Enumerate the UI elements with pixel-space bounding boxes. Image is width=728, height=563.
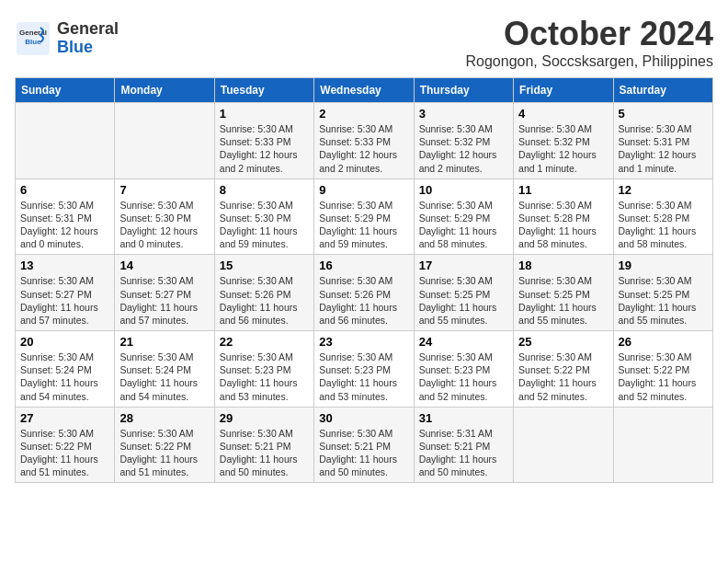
day-number: 4 [518, 107, 608, 121]
calendar-cell [514, 407, 613, 483]
day-number: 20 [20, 335, 109, 349]
day-info: Sunrise: 5:30 AM Sunset: 5:32 PM Dayligh… [419, 122, 508, 175]
logo: General Blue General Blue [15, 20, 119, 57]
calendar-cell [613, 407, 712, 483]
calendar-cell: 22Sunrise: 5:30 AM Sunset: 5:23 PM Dayli… [214, 331, 313, 408]
day-number: 6 [20, 183, 109, 197]
calendar-cell: 29Sunrise: 5:30 AM Sunset: 5:21 PM Dayli… [214, 407, 313, 483]
weekday-header-row: SundayMondayTuesdayWednesdayThursdayFrid… [16, 78, 713, 103]
calendar-cell: 3Sunrise: 5:30 AM Sunset: 5:32 PM Daylig… [414, 103, 513, 179]
weekday-header: Wednesday [314, 78, 414, 103]
weekday-header: Tuesday [214, 78, 313, 103]
day-number: 9 [319, 183, 408, 197]
calendar-cell: 23Sunrise: 5:30 AM Sunset: 5:23 PM Dayli… [314, 331, 414, 408]
calendar-week-row: 20Sunrise: 5:30 AM Sunset: 5:24 PM Dayli… [16, 331, 713, 408]
calendar-cell: 16Sunrise: 5:30 AM Sunset: 5:26 PM Dayli… [314, 255, 414, 331]
calendar-cell: 11Sunrise: 5:30 AM Sunset: 5:28 PM Dayli… [514, 178, 613, 255]
day-number: 15 [220, 259, 309, 272]
calendar-cell: 5Sunrise: 5:30 AM Sunset: 5:31 PM Daylig… [613, 103, 712, 179]
day-number: 5 [619, 107, 708, 121]
day-info: Sunrise: 5:30 AM Sunset: 5:33 PM Dayligh… [319, 122, 408, 175]
calendar-cell: 28Sunrise: 5:30 AM Sunset: 5:22 PM Dayli… [115, 407, 214, 483]
svg-text:Blue: Blue [25, 38, 41, 46]
calendar-cell: 14Sunrise: 5:30 AM Sunset: 5:27 PM Dayli… [115, 255, 214, 331]
calendar-cell: 18Sunrise: 5:30 AM Sunset: 5:25 PM Dayli… [514, 255, 613, 331]
weekday-header: Saturday [613, 78, 712, 103]
calendar-cell: 7Sunrise: 5:30 AM Sunset: 5:30 PM Daylig… [115, 178, 214, 255]
day-info: Sunrise: 5:30 AM Sunset: 5:23 PM Dayligh… [220, 350, 309, 403]
day-info: Sunrise: 5:30 AM Sunset: 5:24 PM Dayligh… [20, 350, 109, 403]
day-number: 1 [220, 107, 309, 121]
logo-icon: General Blue [15, 20, 51, 57]
day-number: 7 [119, 183, 209, 197]
day-info: Sunrise: 5:30 AM Sunset: 5:30 PM Dayligh… [220, 199, 309, 251]
calendar-cell [16, 103, 115, 179]
day-number: 2 [319, 107, 408, 121]
calendar-cell: 21Sunrise: 5:30 AM Sunset: 5:24 PM Dayli… [115, 331, 214, 408]
calendar-cell: 20Sunrise: 5:30 AM Sunset: 5:24 PM Dayli… [16, 331, 115, 408]
day-info: Sunrise: 5:30 AM Sunset: 5:27 PM Dayligh… [119, 274, 209, 327]
day-info: Sunrise: 5:30 AM Sunset: 5:30 PM Dayligh… [119, 199, 209, 251]
logo-general: General [57, 19, 119, 38]
calendar-week-row: 27Sunrise: 5:30 AM Sunset: 5:22 PM Dayli… [16, 407, 713, 483]
calendar-cell: 30Sunrise: 5:30 AM Sunset: 5:21 PM Dayli… [314, 407, 414, 483]
day-number: 12 [619, 183, 708, 197]
day-info: Sunrise: 5:30 AM Sunset: 5:31 PM Dayligh… [20, 199, 109, 251]
day-number: 24 [419, 335, 508, 349]
day-info: Sunrise: 5:30 AM Sunset: 5:23 PM Dayligh… [319, 350, 408, 403]
logo-blue: Blue [57, 38, 93, 56]
weekday-header: Sunday [16, 78, 115, 103]
weekday-header: Friday [514, 78, 613, 103]
day-info: Sunrise: 5:30 AM Sunset: 5:28 PM Dayligh… [619, 199, 708, 251]
day-info: Sunrise: 5:30 AM Sunset: 5:27 PM Dayligh… [20, 274, 109, 327]
day-info: Sunrise: 5:30 AM Sunset: 5:21 PM Dayligh… [319, 427, 408, 479]
day-number: 18 [518, 259, 608, 272]
calendar-week-row: 6Sunrise: 5:30 AM Sunset: 5:31 PM Daylig… [16, 178, 713, 255]
calendar-cell: 8Sunrise: 5:30 AM Sunset: 5:30 PM Daylig… [214, 178, 313, 255]
calendar-cell: 1Sunrise: 5:30 AM Sunset: 5:33 PM Daylig… [214, 103, 313, 179]
day-info: Sunrise: 5:30 AM Sunset: 5:26 PM Dayligh… [319, 274, 408, 327]
calendar-cell: 19Sunrise: 5:30 AM Sunset: 5:25 PM Dayli… [613, 255, 712, 331]
calendar-cell: 13Sunrise: 5:30 AM Sunset: 5:27 PM Dayli… [16, 255, 115, 331]
day-info: Sunrise: 5:30 AM Sunset: 5:31 PM Dayligh… [619, 122, 708, 175]
calendar-cell: 17Sunrise: 5:30 AM Sunset: 5:25 PM Dayli… [414, 255, 513, 331]
day-number: 11 [518, 183, 608, 197]
day-info: Sunrise: 5:30 AM Sunset: 5:29 PM Dayligh… [419, 199, 508, 251]
day-number: 14 [119, 259, 209, 272]
day-info: Sunrise: 5:31 AM Sunset: 5:21 PM Dayligh… [419, 427, 508, 479]
day-number: 13 [20, 259, 109, 272]
calendar-cell [115, 103, 214, 179]
day-info: Sunrise: 5:30 AM Sunset: 5:21 PM Dayligh… [220, 427, 309, 479]
month-title: October 2024 [466, 15, 714, 53]
day-info: Sunrise: 5:30 AM Sunset: 5:22 PM Dayligh… [518, 350, 608, 403]
calendar-week-row: 13Sunrise: 5:30 AM Sunset: 5:27 PM Dayli… [16, 255, 713, 331]
calendar-cell: 12Sunrise: 5:30 AM Sunset: 5:28 PM Dayli… [613, 178, 712, 255]
calendar-cell: 4Sunrise: 5:30 AM Sunset: 5:32 PM Daylig… [514, 103, 613, 179]
day-info: Sunrise: 5:30 AM Sunset: 5:22 PM Dayligh… [20, 427, 109, 479]
day-number: 23 [319, 335, 408, 349]
day-number: 19 [619, 259, 708, 272]
calendar-cell: 15Sunrise: 5:30 AM Sunset: 5:26 PM Dayli… [214, 255, 313, 331]
calendar-cell: 6Sunrise: 5:30 AM Sunset: 5:31 PM Daylig… [16, 178, 115, 255]
day-number: 10 [419, 183, 508, 197]
day-info: Sunrise: 5:30 AM Sunset: 5:23 PM Dayligh… [419, 350, 508, 403]
day-info: Sunrise: 5:30 AM Sunset: 5:25 PM Dayligh… [419, 274, 508, 327]
weekday-header: Thursday [414, 78, 513, 103]
day-info: Sunrise: 5:30 AM Sunset: 5:33 PM Dayligh… [220, 122, 309, 175]
day-number: 22 [220, 335, 309, 349]
day-info: Sunrise: 5:30 AM Sunset: 5:22 PM Dayligh… [119, 427, 209, 479]
calendar-cell: 27Sunrise: 5:30 AM Sunset: 5:22 PM Dayli… [16, 407, 115, 483]
day-info: Sunrise: 5:30 AM Sunset: 5:25 PM Dayligh… [518, 274, 608, 327]
day-number: 30 [319, 411, 408, 425]
day-number: 31 [419, 411, 508, 425]
day-number: 26 [619, 335, 708, 349]
day-number: 29 [220, 411, 309, 425]
day-number: 27 [20, 411, 109, 425]
calendar-cell: 10Sunrise: 5:30 AM Sunset: 5:29 PM Dayli… [414, 178, 513, 255]
calendar-cell: 25Sunrise: 5:30 AM Sunset: 5:22 PM Dayli… [514, 331, 613, 408]
calendar-cell: 24Sunrise: 5:30 AM Sunset: 5:23 PM Dayli… [414, 331, 513, 408]
calendar-cell: 31Sunrise: 5:31 AM Sunset: 5:21 PM Dayli… [414, 407, 513, 483]
day-number: 3 [419, 107, 508, 121]
title-section: October 2024 Rogongon, Soccsksargen, Phi… [466, 15, 714, 70]
day-number: 8 [220, 183, 309, 197]
